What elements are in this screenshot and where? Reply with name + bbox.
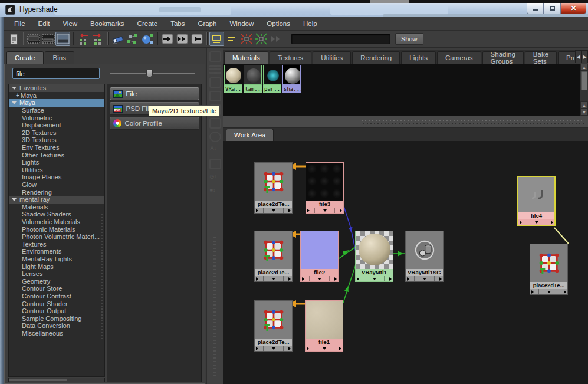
material-swatch[interactable]: lam...	[244, 65, 262, 93]
expand-right-icon[interactable]	[283, 276, 292, 281]
titlebar[interactable]: Hypershade ✕	[0, 3, 588, 17]
materials-swatch-area[interactable]: VRa... lam... par... sha...	[223, 64, 580, 116]
category-tab[interactable]: Bake Sets	[525, 51, 557, 64]
move-tab-right-icon[interactable]	[90, 32, 105, 46]
category-tab[interactable]: Textures	[270, 51, 311, 64]
menu-item[interactable]: Help	[297, 17, 324, 30]
tree-item[interactable]: Utilities	[9, 166, 104, 174]
expand-left-icon[interactable]	[306, 208, 315, 213]
menu-item[interactable]: View	[56, 17, 84, 30]
menu-item[interactable]: Edit	[32, 17, 57, 30]
category-tab[interactable]: Lights	[401, 51, 436, 64]
tree-item[interactable]: mental ray	[9, 196, 104, 204]
node-file3[interactable]: file3	[306, 162, 344, 214]
tree-item[interactable]: Contour Shader	[9, 300, 104, 307]
tree-horizontal-scrollbar[interactable]	[8, 378, 105, 382]
collapse-icon[interactable]	[315, 208, 334, 213]
node-place2dtexture[interactable]: place2dTe...	[254, 162, 293, 214]
tree-item[interactable]: Photonic Materials	[9, 225, 104, 233]
category-tab[interactable]: Materials	[224, 51, 268, 64]
node-vraymtl1sg[interactable]: VRayMtl1SG	[405, 231, 444, 282]
tab-scroll-right-icon[interactable]: ▶	[582, 50, 588, 63]
tree-item[interactable]: Env Textures	[9, 144, 104, 152]
move-tab-left-icon[interactable]	[75, 32, 90, 46]
expand-right-icon[interactable]	[329, 276, 338, 281]
expand-right-icon[interactable]	[283, 208, 292, 213]
expand-left-icon[interactable]	[255, 208, 264, 213]
tree-item[interactable]: Environments	[9, 248, 104, 255]
tab-scroll-left-icon[interactable]: ◀	[575, 50, 582, 63]
tree-item[interactable]: Rendering	[9, 188, 104, 196]
expand-left-icon[interactable]	[406, 276, 415, 281]
collapse-icon[interactable]	[314, 346, 334, 351]
category-tab[interactable]: Utilities	[313, 51, 351, 64]
collapse-icon[interactable]	[264, 276, 283, 281]
swatch-scrollbar[interactable]: ▲ ▲ ▼	[580, 64, 588, 116]
expand-left-icon[interactable]	[255, 346, 264, 351]
expand-left-icon[interactable]	[306, 346, 314, 351]
expand-right-icon[interactable]	[283, 346, 292, 351]
clipboard-icon[interactable]	[6, 32, 21, 46]
toolbar-search-input[interactable]	[291, 34, 390, 44]
expand-left-icon[interactable]	[530, 289, 539, 294]
expand-left-icon[interactable]	[518, 219, 527, 225]
show-button[interactable]: Show	[395, 33, 423, 45]
tree-item[interactable]: Light Maps	[9, 262, 104, 270]
panel-tab[interactable]: Create	[6, 51, 44, 64]
node-place2dtexture[interactable]: place2dTe...	[254, 231, 293, 282]
tree-item[interactable]: Lenses	[9, 270, 104, 278]
collapse-icon[interactable]	[264, 208, 283, 213]
expand-right-icon[interactable]	[546, 219, 554, 225]
scroll-down-icon[interactable]: ▼	[580, 109, 588, 116]
expand-left-icon[interactable]	[356, 276, 364, 281]
create-node-button[interactable]: File	[110, 87, 199, 100]
tree-item[interactable]: Data Conversion	[9, 322, 104, 330]
expand-right-icon[interactable]	[384, 276, 393, 281]
node-vraymtl1[interactable]: VRayMtl1	[355, 231, 393, 282]
tree-item[interactable]: Volumetric Materials	[9, 218, 104, 226]
expander-icon[interactable]	[9, 101, 19, 104]
menu-item[interactable]: Graph	[191, 17, 223, 30]
tree-item[interactable]: Favorites	[9, 84, 104, 92]
node-file2[interactable]: file2	[300, 231, 339, 282]
layout-top-icon[interactable]	[26, 32, 41, 46]
panel-tab[interactable]: Bins	[45, 51, 74, 64]
tree-item[interactable]: 3D Textures	[9, 136, 104, 144]
tree-item[interactable]: Glow	[9, 181, 104, 189]
clear-graph-icon[interactable]	[110, 32, 125, 46]
expand-right-icon[interactable]	[334, 346, 343, 351]
expand-right-icon[interactable]	[559, 289, 567, 294]
expand-right-icon[interactable]	[334, 208, 343, 213]
node-place2dtexture[interactable]: place2dTe...	[530, 244, 568, 295]
divider-grip[interactable]	[362, 120, 584, 124]
tree-item[interactable]: Photon Volumetric Materi...	[9, 233, 104, 241]
tree-item[interactable]: Textures	[9, 240, 104, 248]
tree-item[interactable]: Contour Output	[9, 307, 104, 315]
tree-item[interactable]: Surface	[9, 107, 104, 114]
material-swatch[interactable]: par...	[263, 65, 281, 93]
input-output-connections-icon[interactable]	[175, 32, 189, 46]
menu-item[interactable]: Options	[260, 17, 297, 30]
menu-item[interactable]: File	[8, 17, 32, 30]
close-button[interactable]: ✕	[561, 3, 586, 14]
tree-item[interactable]: Shadow Shaders	[9, 211, 104, 218]
node-place2dtexture[interactable]: place2dTe...	[254, 300, 293, 352]
expand-left-icon[interactable]	[255, 276, 264, 281]
rearrange-graph-icon[interactable]	[125, 32, 140, 46]
swatch-size-slider[interactable]	[110, 73, 195, 74]
maximize-button[interactable]	[544, 3, 561, 14]
tree-item[interactable]: Sample Compositing	[9, 314, 104, 322]
tree-item[interactable]: Displacement	[9, 122, 104, 129]
collapse-icon[interactable]	[364, 276, 384, 281]
collapse-icon[interactable]	[415, 276, 434, 281]
menu-item[interactable]: Bookmarks	[84, 17, 131, 30]
tree-item[interactable]: 2D Textures	[9, 129, 104, 137]
work-area-canvas[interactable]: place2dTe... file3 place2dTe... file2 VR…	[223, 141, 588, 384]
collapse-icon[interactable]	[310, 276, 329, 281]
material-swatch[interactable]: VRa...	[224, 65, 242, 93]
tree-item[interactable]: Geometry	[9, 277, 104, 285]
category-tab[interactable]: Cameras	[437, 51, 481, 64]
collapse-icon[interactable]	[527, 219, 546, 225]
slider-handle[interactable]	[146, 70, 153, 78]
minimize-button[interactable]	[527, 3, 544, 14]
